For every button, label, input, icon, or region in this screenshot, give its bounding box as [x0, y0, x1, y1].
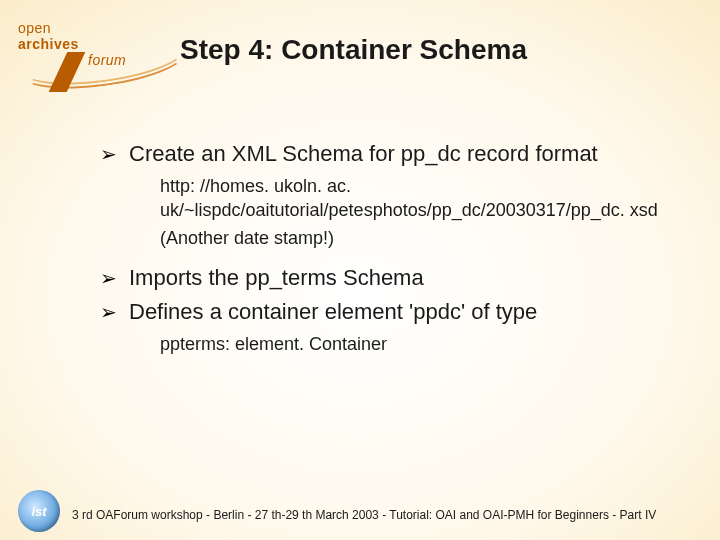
slide-content: ➢ Create an XML Schema for pp_dc record …	[100, 140, 680, 360]
footer-text: 3 rd OAForum workshop - Berlin - 27 th-2…	[72, 508, 656, 522]
bullet-sub-text: ppterms: element. Container	[160, 332, 680, 356]
bullet-sub-text: (Another date stamp!)	[160, 226, 680, 250]
ist-logo-text: ist	[31, 504, 46, 519]
ist-logo-icon: ist	[18, 490, 60, 532]
bullet-sub-text: http: //homes. ukoln. ac. uk/~lispdc/oai…	[160, 174, 680, 222]
slide-title: Step 4: Container Schema	[180, 34, 527, 66]
footer: ist 3 rd OAForum workshop - Berlin - 27 …	[0, 500, 720, 540]
bullet-item: ➢ Imports the pp_terms Schema	[100, 264, 680, 292]
bullet-item: ➢ Create an XML Schema for pp_dc record …	[100, 140, 680, 168]
open-archives-logo: open archives forum	[18, 20, 168, 80]
bullet-text: Imports the pp_terms Schema	[129, 264, 424, 292]
slide: open archives forum Step 4: Container Sc…	[0, 0, 720, 540]
bullet-arrow-icon: ➢	[100, 298, 117, 326]
bullet-arrow-icon: ➢	[100, 140, 117, 168]
bullet-text: Defines a container element 'ppdc' of ty…	[129, 298, 537, 326]
bullet-arrow-icon: ➢	[100, 264, 117, 292]
bullet-item: ➢ Defines a container element 'ppdc' of …	[100, 298, 680, 326]
bullet-text: Create an XML Schema for pp_dc record fo…	[129, 140, 598, 168]
header: open archives forum Step 4: Container Sc…	[0, 0, 720, 100]
